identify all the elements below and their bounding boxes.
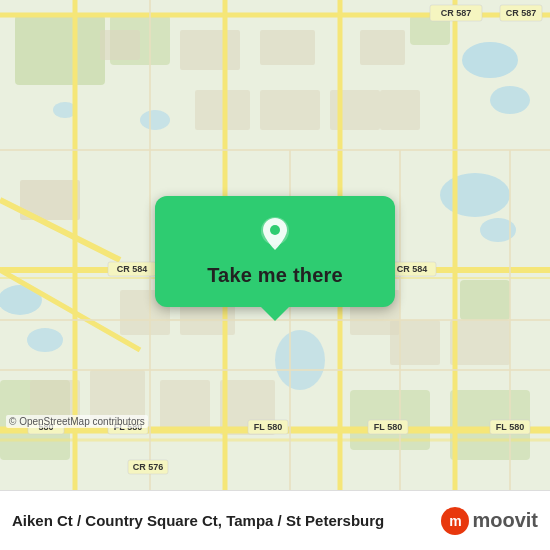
svg-text:FL 580: FL 580: [496, 422, 524, 432]
moovit-brand: moovit: [472, 509, 538, 532]
svg-point-7: [275, 330, 325, 390]
location-name: Aiken Ct / Country Square Ct, Tampa / St…: [12, 512, 431, 529]
svg-text:FL 580: FL 580: [374, 422, 402, 432]
map-attribution: © OpenStreetMap contributors: [6, 415, 148, 428]
svg-text:CR 587: CR 587: [441, 8, 472, 18]
take-me-there-button[interactable]: Take me there: [155, 196, 395, 307]
svg-point-2: [490, 86, 530, 114]
svg-point-3: [440, 173, 510, 217]
svg-rect-25: [380, 90, 420, 130]
svg-rect-20: [260, 30, 315, 65]
svg-text:CR 584: CR 584: [397, 264, 428, 274]
location-pin-icon: [253, 212, 297, 256]
svg-rect-13: [460, 280, 510, 320]
svg-text:CR 576: CR 576: [133, 462, 164, 472]
moovit-logo: m moovit: [441, 507, 538, 535]
svg-rect-18: [100, 30, 140, 60]
svg-point-6: [27, 328, 63, 352]
button-label: Take me there: [207, 264, 343, 287]
svg-point-1: [462, 42, 518, 78]
svg-rect-23: [260, 90, 320, 130]
svg-rect-31: [450, 320, 510, 365]
svg-text:FL 580: FL 580: [254, 422, 282, 432]
svg-text:CR 587: CR 587: [506, 8, 537, 18]
svg-rect-19: [180, 30, 240, 70]
svg-rect-28: [160, 380, 210, 430]
svg-point-8: [140, 110, 170, 130]
moovit-icon: m: [441, 507, 469, 535]
svg-rect-21: [360, 30, 405, 65]
map-container: CR 587 CR 587 CR 584 CR 584 CR 584 580 F…: [0, 0, 550, 490]
info-bar: Aiken Ct / Country Square Ct, Tampa / St…: [0, 490, 550, 550]
svg-point-76: [270, 225, 280, 235]
svg-text:CR 584: CR 584: [117, 264, 148, 274]
svg-rect-10: [15, 15, 105, 85]
